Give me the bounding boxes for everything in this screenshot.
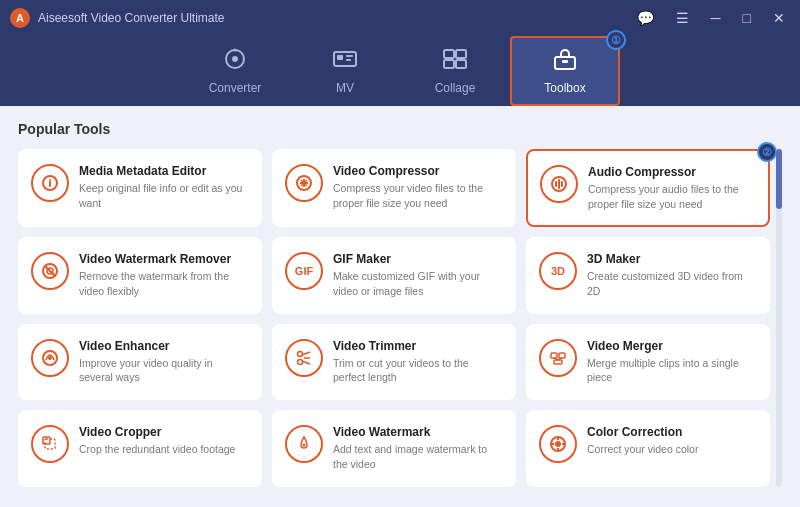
audio-compressor-desc: Compress your audio files to the proper … xyxy=(588,182,756,211)
collage-label: Collage xyxy=(435,81,476,95)
video-compressor-icon xyxy=(285,164,323,202)
section-title: Popular Tools xyxy=(18,121,782,137)
svg-rect-6 xyxy=(346,59,351,61)
minimize-button[interactable]: ─ xyxy=(706,8,726,28)
audio-compressor-name: Audio Compressor xyxy=(588,165,756,179)
video-enhancer-icon xyxy=(31,339,69,377)
main-content: Popular Tools Media Metadata Editor Keep… xyxy=(0,106,800,507)
tool-card-audio-compressor[interactable]: Audio Compressor Compress your audio fil… xyxy=(526,149,770,227)
svg-point-31 xyxy=(298,359,303,364)
video-watermark-remover-desc: Remove the watermark from the video flex… xyxy=(79,269,249,298)
mv-label: MV xyxy=(336,81,354,95)
video-trimmer-desc: Trim or cut your videos to the perfect l… xyxy=(333,356,503,385)
svg-rect-41 xyxy=(43,437,50,444)
title-bar: A Aiseesoft Video Converter Ultimate 💬 ☰… xyxy=(0,0,800,36)
tool-card-video-watermark-remover[interactable]: Video Watermark Remover Remove the water… xyxy=(18,237,262,313)
scrollbar[interactable] xyxy=(776,149,782,487)
close-button[interactable]: ✕ xyxy=(768,8,790,28)
svg-rect-7 xyxy=(444,50,454,58)
video-watermark-remover-icon xyxy=(31,252,69,290)
color-correction-desc: Correct your video color xyxy=(587,442,757,457)
svg-point-2 xyxy=(234,48,237,51)
svg-rect-9 xyxy=(444,60,454,68)
video-trimmer-icon xyxy=(285,339,323,377)
toolbox-icon xyxy=(552,48,578,76)
media-metadata-editor-desc: Keep original file info or edit as you w… xyxy=(79,181,249,210)
gif-maker-name: GIF Maker xyxy=(333,252,503,266)
tool-card-video-trimmer[interactable]: Video Trimmer Trim or cut your videos to… xyxy=(272,324,516,400)
tool-card-video-watermark[interactable]: Video Watermark Add text and image water… xyxy=(272,410,516,486)
tool-card-3d-maker[interactable]: 3D 3D Maker Create customized 3D video f… xyxy=(526,237,770,313)
app-title: Aiseesoft Video Converter Ultimate xyxy=(38,11,225,25)
scroll-thumb[interactable] xyxy=(776,149,782,209)
svg-point-29 xyxy=(48,356,52,360)
nav-item-converter[interactable]: Converter xyxy=(180,36,290,106)
svg-rect-10 xyxy=(456,60,466,68)
toolbox-label: Toolbox xyxy=(544,81,585,95)
tool-card-media-metadata-editor[interactable]: Media Metadata Editor Keep original file… xyxy=(18,149,262,227)
video-watermark-desc: Add text and image watermark to the vide… xyxy=(333,442,503,471)
svg-rect-36 xyxy=(559,353,565,358)
video-compressor-desc: Compress your video files to the proper … xyxy=(333,181,503,210)
audio-compressor-icon xyxy=(540,165,578,203)
video-trimmer-name: Video Trimmer xyxy=(333,339,503,353)
video-compressor-name: Video Compressor xyxy=(333,164,503,178)
video-watermark-remover-name: Video Watermark Remover xyxy=(79,252,249,266)
chat-button[interactable]: 💬 xyxy=(632,8,659,28)
tools-grid: Media Metadata Editor Keep original file… xyxy=(18,149,770,487)
tool-card-gif-maker[interactable]: GIF GIF Maker Make customized GIF with y… xyxy=(272,237,516,313)
svg-rect-12 xyxy=(562,60,568,63)
tool-card-video-compressor[interactable]: Video Compressor Compress your video fil… xyxy=(272,149,516,227)
video-cropper-name: Video Cropper xyxy=(79,425,249,439)
nav-bar: Converter MV Collage xyxy=(0,36,800,106)
video-watermark-icon xyxy=(285,425,323,463)
3d-maker-name: 3D Maker xyxy=(587,252,757,266)
color-correction-name: Color Correction xyxy=(587,425,757,439)
converter-icon xyxy=(222,48,248,76)
nav-item-toolbox[interactable]: Toolbox ① xyxy=(510,36,620,106)
svg-rect-22 xyxy=(555,181,557,187)
svg-point-30 xyxy=(298,351,303,356)
toolbox-badge: ① xyxy=(606,30,626,50)
svg-rect-23 xyxy=(558,179,560,189)
video-merger-icon xyxy=(539,339,577,377)
svg-point-42 xyxy=(303,444,306,447)
title-bar-left: A Aiseesoft Video Converter Ultimate xyxy=(10,8,225,28)
app-logo: A xyxy=(10,8,30,28)
svg-rect-37 xyxy=(554,360,562,364)
menu-button[interactable]: ☰ xyxy=(671,8,694,28)
title-bar-controls: 💬 ☰ ─ □ ✕ xyxy=(632,8,790,28)
video-merger-desc: Merge multiple clips into a single piece xyxy=(587,356,757,385)
svg-rect-24 xyxy=(561,181,563,187)
svg-point-48 xyxy=(555,441,561,447)
gif-maker-desc: Make customized GIF with your video or i… xyxy=(333,269,503,298)
video-cropper-desc: Crop the redundant video footage xyxy=(79,442,249,457)
audio-compressor-badge: ② xyxy=(757,142,777,162)
svg-point-1 xyxy=(232,56,238,62)
nav-item-collage[interactable]: Collage xyxy=(400,36,510,106)
svg-rect-4 xyxy=(337,55,343,60)
svg-rect-35 xyxy=(551,353,557,358)
video-enhancer-desc: Improve your video quality in several wa… xyxy=(79,356,249,385)
svg-rect-5 xyxy=(346,55,353,57)
tool-card-color-correction[interactable]: Color Correction Correct your video colo… xyxy=(526,410,770,486)
3d-maker-desc: Create customized 3D video from 2D xyxy=(587,269,757,298)
svg-rect-14 xyxy=(49,181,51,187)
tool-card-video-cropper[interactable]: Video Cropper Crop the redundant video f… xyxy=(18,410,262,486)
converter-label: Converter xyxy=(209,81,262,95)
nav-item-mv[interactable]: MV xyxy=(290,36,400,106)
color-correction-icon xyxy=(539,425,577,463)
video-watermark-name: Video Watermark xyxy=(333,425,503,439)
video-enhancer-name: Video Enhancer xyxy=(79,339,249,353)
collage-icon xyxy=(442,48,468,76)
media-metadata-editor-icon xyxy=(31,164,69,202)
3d-maker-icon: 3D xyxy=(539,252,577,290)
maximize-button[interactable]: □ xyxy=(738,8,756,28)
tool-card-video-merger[interactable]: Video Merger Merge multiple clips into a… xyxy=(526,324,770,400)
video-cropper-icon xyxy=(31,425,69,463)
gif-maker-icon: GIF xyxy=(285,252,323,290)
tool-card-video-enhancer[interactable]: Video Enhancer Improve your video qualit… xyxy=(18,324,262,400)
svg-rect-8 xyxy=(456,50,466,58)
mv-icon xyxy=(332,48,358,76)
media-metadata-editor-name: Media Metadata Editor xyxy=(79,164,249,178)
